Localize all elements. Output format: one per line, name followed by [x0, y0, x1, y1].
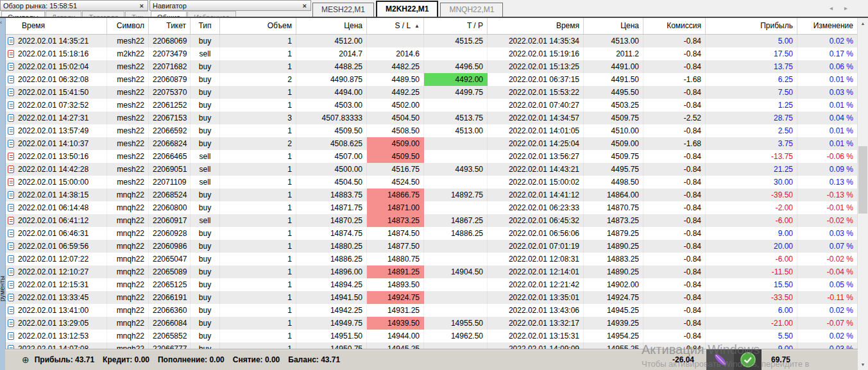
check-circle-icon[interactable] — [734, 349, 762, 370]
table-row[interactable]: 2022.02.01 13:29:05mnqh2222066084buy1149… — [5, 317, 858, 330]
cell-type: buy — [191, 189, 220, 201]
column-header-ticket[interactable]: Тикет — [149, 18, 191, 34]
cell-volume: 1 — [220, 150, 296, 163]
cell-price2: 14890.25 — [584, 240, 643, 253]
table-row[interactable]: 2022.02.01 14:35:21mesh2222068069buy1451… — [5, 35, 858, 47]
chart-tab-m2kh22,m1[interactable]: M2KH22,M1 — [376, 1, 438, 17]
tab-prev-icon[interactable]: ◂ — [830, 4, 844, 12]
cell-ticket: 22066465 — [149, 150, 191, 163]
table-row[interactable]: 2022.02.01 15:02:04mesh2222071682buy1448… — [5, 60, 858, 73]
table-row[interactable]: 2022.02.01 13:33:45mnqh2222066191buy1149… — [5, 291, 858, 304]
column-header-type[interactable]: Тип — [191, 18, 220, 34]
close-icon[interactable]: × — [302, 2, 308, 10]
cell-ticket: 22075370 — [149, 86, 191, 99]
navigator-titlebar[interactable]: Навигатор × — [149, 0, 311, 11]
cell-type: buy — [191, 99, 220, 112]
cell-price2: 14924.75 — [584, 291, 643, 304]
chart-tab-mnqh22,m1[interactable]: MNQH22,M1 — [440, 3, 503, 17]
cell-tp: 4515.25 — [424, 35, 488, 47]
cell-price: 2014.7 — [296, 47, 367, 60]
column-header-price[interactable]: Цена — [296, 18, 367, 34]
order-type-icon-buy — [8, 127, 14, 135]
cell-symbol: mesh22 — [107, 99, 149, 112]
column-header-change[interactable]: Изменение — [797, 18, 858, 34]
cell-tp: 4496.50 — [424, 60, 488, 73]
scroll-down-icon[interactable]: ▼ — [858, 359, 868, 370]
table-row[interactable]: 2022.02.01 14:42:28mesh2222069051sell145… — [5, 163, 858, 176]
cell-change: 0.07 % — [797, 240, 858, 253]
scroll-up-icon[interactable]: ▲ — [858, 18, 868, 29]
table-row[interactable]: 2022.02.01 12:15:31mnqh2222065125buy1148… — [5, 278, 858, 291]
cell-commission: -0.84 — [643, 253, 706, 265]
cell-volume: 1 — [220, 240, 296, 253]
side-dock-tab-label[interactable]: рументы — [0, 276, 6, 301]
cell-type: buy — [191, 60, 220, 73]
table-row[interactable]: 2022.02.01 15:00:00mesh2222071109sell145… — [5, 176, 858, 189]
cell-sl: 14874.50 — [367, 227, 424, 240]
cell-time: 2022.02.01 14:27:31 — [5, 112, 107, 124]
cell-commission: -0.84 — [643, 227, 706, 240]
order-type-icon-sell — [8, 165, 14, 173]
chart-tab-mesh22,m1[interactable]: MESH22,M1 — [312, 3, 374, 17]
cell-price: 14951.50 — [296, 330, 367, 342]
table-row[interactable]: 2022.02.01 15:41:50mesh2222075370buy1449… — [5, 86, 858, 99]
table-row[interactable]: 2022.02.01 15:18:16m2kh2222073479sell120… — [5, 47, 858, 60]
table-row[interactable]: 2022.02.01 13:57:49mesh2222066592buy1450… — [5, 124, 858, 137]
close-icon[interactable]: × — [139, 2, 145, 10]
cell-time2: 2022.02.01 13:56:27 — [488, 150, 584, 163]
column-header-price2[interactable]: Цена — [584, 18, 643, 34]
cell-commission: -0.84 — [643, 291, 706, 304]
table-row[interactable]: 2022.02.01 06:14:48mnqh2222060800buy1148… — [5, 201, 858, 214]
tabbar-divider — [0, 17, 868, 18]
cell-commission: -0.84 — [643, 163, 706, 176]
table-row[interactable]: 2022.02.01 14:10:37mesh2222066824buy2450… — [5, 137, 858, 150]
table-row[interactable]: 2022.02.01 06:41:12mnqh2222060917sell114… — [5, 214, 858, 227]
order-type-icon-buy — [8, 294, 14, 301]
column-header-time[interactable]: Время — [5, 18, 107, 34]
table-row[interactable]: 2022.02.01 13:50:16mesh2222066465sell145… — [5, 150, 858, 163]
table-row[interactable]: 2022.02.01 07:32:52mesh2222061252buy1450… — [5, 99, 858, 112]
column-header-symbol[interactable]: Символ — [107, 18, 149, 34]
chart-tab-scroll[interactable]: ◂▸ — [830, 4, 859, 12]
chevron-left-icon[interactable]: ‹ — [0, 19, 2, 26]
order-type-icon-buy — [8, 76, 14, 83]
vertical-scrollbar[interactable]: ▲ ▼ — [857, 18, 868, 370]
cell-tp — [424, 201, 488, 214]
column-header-tp[interactable]: T / P — [424, 18, 488, 34]
cell-time2: 2022.02.01 14:01:05 — [488, 124, 584, 137]
cell-sl: 4504.50 — [367, 112, 424, 124]
table-row[interactable]: 2022.02.01 14:27:31mesh2222067153buy3450… — [5, 112, 858, 124]
scrollbar-thumb[interactable] — [858, 146, 867, 214]
cell-profit: 2.50 — [706, 124, 797, 137]
cell-sl: 4492.25 — [367, 86, 424, 99]
column-header-volume[interactable]: Объем — [220, 18, 296, 34]
cell-time: 2022.02.01 06:41:12 — [5, 214, 107, 227]
cell-time: 2022.02.01 06:32:08 — [5, 73, 107, 86]
cell-sl: 4489.50 — [367, 73, 424, 86]
side-dock-strip[interactable]: ‹ рументы — [0, 18, 6, 370]
tab-next-icon[interactable]: ▸ — [844, 4, 859, 12]
table-row[interactable]: 2022.02.01 12:10:27mnqh2222065089buy1148… — [5, 265, 858, 278]
column-header-time2[interactable]: Время — [488, 18, 584, 34]
table-row[interactable]: 2022.02.01 06:32:08mesh2222060879buy2449… — [5, 73, 858, 86]
table-row[interactable]: 2022.02.01 13:41:00mnqh2222066360buy1149… — [5, 304, 858, 317]
market-watch-titlebar[interactable]: Обзор рынка: 15:58:51 × — [0, 0, 148, 11]
expand-icon[interactable]: ⊕ — [22, 355, 30, 365]
cell-time: 2022.02.01 06:59:56 — [5, 240, 107, 253]
order-type-icon-buy — [8, 191, 14, 199]
table-row[interactable]: 2022.02.01 13:12:53mnqh2222065852buy1149… — [5, 330, 858, 342]
cell-ticket: 22068069 — [149, 35, 191, 47]
table-row[interactable]: 2022.02.01 06:46:31mnqh2222060928buy1148… — [5, 227, 858, 240]
column-header-profit[interactable]: Прибыль — [706, 18, 797, 34]
table-row[interactable]: 2022.02.01 12:07:22mnqh2222065047buy1148… — [5, 253, 858, 265]
feather-icon[interactable] — [706, 349, 734, 370]
table-row[interactable]: 2022.02.01 14:38:15mnqh2222068524buy1148… — [5, 189, 858, 201]
cell-sl — [367, 35, 424, 47]
cell-price2: 14890.25 — [584, 265, 643, 278]
column-header-sl[interactable]: S / L▲ — [367, 18, 424, 34]
cell-price2: 4509.00 — [584, 137, 643, 150]
cell-time2: 2022.02.01 13:35:01 — [488, 291, 584, 304]
column-header-commission[interactable]: Комиссия — [643, 18, 706, 34]
table-row[interactable]: 2022.02.01 06:59:56mnqh2222060986buy1148… — [5, 240, 858, 253]
history-table: ВремяСимволТикетТипОбъемЦенаS / L▲T / PВ… — [5, 18, 858, 349]
